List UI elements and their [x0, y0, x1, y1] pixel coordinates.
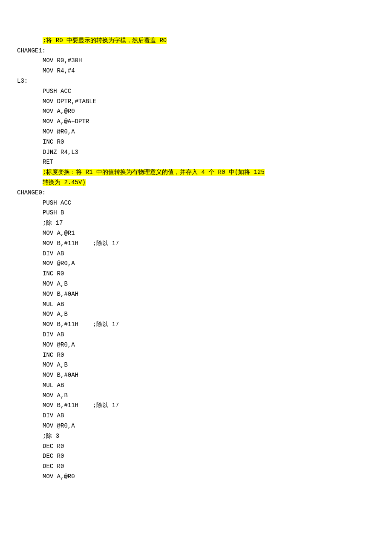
- code-line: RET: [17, 157, 375, 168]
- code-line: MUL AB: [17, 381, 375, 391]
- code-line: DEC R0: [17, 451, 375, 462]
- code-line: DEC R0: [17, 442, 375, 452]
- code-line: MOV A,B: [17, 309, 375, 320]
- code-line: L3:: [17, 76, 375, 87]
- code-line: MOV A,B: [17, 279, 375, 289]
- code-line: MUL AB: [17, 300, 375, 310]
- code-line: MOV A,@R1: [17, 228, 375, 239]
- code-line: ;将 R0 中要显示的转换为字模，然后覆盖 R0: [17, 36, 375, 46]
- code-line: MOV @R0,A: [17, 127, 375, 137]
- code-line: MOV @R0,A: [17, 421, 375, 431]
- code-line: MOV @R0,A: [17, 259, 375, 269]
- code-line: CHANGE1:: [17, 46, 375, 56]
- code-line: MOV B,#0AH: [17, 289, 375, 300]
- code-line: CHANGE0:: [17, 188, 375, 198]
- code-line: INC R0: [17, 350, 375, 361]
- code-line: MOV DPTR,#TABLE: [17, 97, 375, 107]
- highlighted-text: ;将 R0 中要显示的转换为字模，然后覆盖 R0: [43, 37, 167, 44]
- code-line: MOV R0,#30H: [17, 56, 375, 66]
- code-line: INC R0: [17, 269, 375, 279]
- code-line: MOV R4,#4: [17, 66, 375, 76]
- code-line: MOV B,#11H ;除以 17: [17, 239, 375, 249]
- code-line: DEC R0: [17, 462, 375, 472]
- code-line: DJNZ R4,L3: [17, 147, 375, 158]
- highlighted-text: ;标度变换：将 R1 中的值转换为有物理意义的值，并存入 4 个 R0 中(如将…: [43, 169, 265, 176]
- code-line: MOV A,@R0: [17, 107, 375, 117]
- code-line: ;标度变换：将 R1 中的值转换为有物理意义的值，并存入 4 个 R0 中(如将…: [17, 168, 375, 178]
- highlighted-text: 转换为 2.45V): [43, 179, 86, 186]
- code-line: DIV AB: [17, 249, 375, 259]
- code-line: MOV B,#0AH: [17, 370, 375, 381]
- code-line: DIV AB: [17, 411, 375, 421]
- code-line: MOV A,@R0: [17, 472, 375, 482]
- code-line: MOV A,B: [17, 360, 375, 370]
- code-line: MOV @R0,A: [17, 340, 375, 350]
- code-line: DIV AB: [17, 330, 375, 340]
- code-line: MOV A,B: [17, 391, 375, 401]
- code-line: INC R0: [17, 137, 375, 147]
- code-content: ;将 R0 中要显示的转换为字模，然后覆盖 R0CHANGE1:MOV R0,#…: [17, 26, 375, 482]
- code-line: ;除 3: [17, 431, 375, 442]
- code-line: PUSH B: [17, 208, 375, 218]
- code-line: MOV A,@A+DPTR: [17, 117, 375, 127]
- code-line: 转换为 2.45V): [17, 178, 375, 188]
- code-line: PUSH ACC: [17, 198, 375, 208]
- code-line: ;除 17: [17, 218, 375, 228]
- code-line: PUSH ACC: [17, 87, 375, 97]
- code-line: MOV B,#11H ;除以 17: [17, 320, 375, 330]
- code-line: MOV B,#11H ;除以 17: [17, 401, 375, 411]
